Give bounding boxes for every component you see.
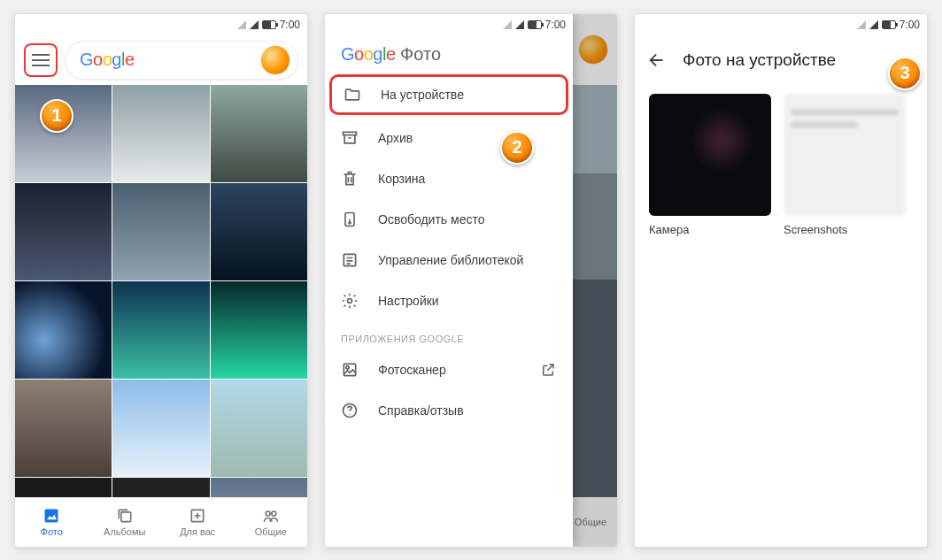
- battery-icon: [528, 20, 542, 29]
- folder-cover: [649, 94, 771, 216]
- photo-thumb[interactable]: [15, 281, 112, 379]
- drawer-item-settings[interactable]: Настройки: [325, 280, 573, 321]
- folder-label: Камера: [649, 223, 771, 236]
- drawer-item-label: Освободить место: [378, 212, 485, 226]
- google-logo: Google: [80, 50, 135, 70]
- photo-thumb[interactable]: [112, 380, 209, 477]
- drawer-item-label: Архив: [378, 131, 413, 145]
- tab-label: Общие: [255, 526, 287, 537]
- foryou-icon: [189, 507, 206, 525]
- wifi-icon: [237, 20, 246, 29]
- svg-rect-2: [121, 512, 131, 522]
- photo-thumb[interactable]: [211, 478, 307, 497]
- screen-device-folders: 7:00 Фото на устройстве Камера Screensho…: [634, 13, 928, 548]
- svg-rect-0: [45, 510, 58, 523]
- signal-icon: [515, 20, 524, 29]
- trash-icon: [341, 170, 359, 188]
- drawer-item-archive[interactable]: Архив: [325, 118, 573, 158]
- battery-icon: [882, 20, 896, 29]
- folder-grid: Камера Screenshots: [635, 85, 927, 245]
- photo-thumb[interactable]: [15, 380, 112, 477]
- photoscan-icon: [341, 361, 359, 379]
- free-space-icon: [341, 211, 359, 228]
- external-link-icon: [539, 361, 557, 379]
- menu-button[interactable]: [24, 43, 58, 77]
- photo-thumb[interactable]: [211, 85, 307, 182]
- gear-icon: [341, 292, 359, 310]
- photo-thumb[interactable]: [15, 478, 112, 497]
- svg-rect-12: [344, 364, 355, 375]
- tab-albums[interactable]: Альбомы: [89, 498, 162, 547]
- photo-thumb[interactable]: [112, 183, 209, 280]
- photos-icon: [42, 507, 60, 525]
- photo-thumb[interactable]: [211, 380, 307, 477]
- svg-point-11: [348, 298, 352, 303]
- drawer-item-photoscan[interactable]: Фотосканер: [325, 349, 573, 390]
- photo-grid: [15, 85, 307, 497]
- tab-foryou[interactable]: Для вас: [161, 498, 235, 547]
- battery-icon: [262, 20, 276, 29]
- nav-drawer: 7:00 Google Фото На устройстве Архив Кор…: [325, 14, 573, 547]
- drawer-item-label: Управление библиотекой: [378, 253, 523, 267]
- top-bar: Google: [15, 35, 307, 85]
- folder-cover: [784, 94, 906, 216]
- tab-sharing[interactable]: Общие: [235, 498, 308, 547]
- svg-point-5: [272, 511, 276, 516]
- status-bar: 7:00: [325, 14, 573, 35]
- wifi-icon: [503, 20, 512, 29]
- photo-thumb[interactable]: [211, 281, 307, 379]
- svg-point-4: [266, 511, 270, 516]
- drawer-item-help[interactable]: Справка/отзыв: [325, 390, 573, 431]
- tab-label: Для вас: [180, 526, 215, 537]
- status-time: 7:00: [545, 19, 566, 31]
- photo-thumb[interactable]: [211, 183, 307, 280]
- photo-thumb[interactable]: [112, 478, 209, 497]
- drawer-item-free-space[interactable]: Освободить место: [325, 199, 573, 240]
- drawer-item-label: Настройки: [378, 294, 439, 308]
- tab-photos[interactable]: Фото: [15, 498, 89, 547]
- signal-icon: [869, 20, 878, 29]
- albums-icon: [116, 507, 134, 525]
- library-manage-icon: [341, 251, 359, 269]
- folder-camera[interactable]: Камера: [649, 94, 771, 236]
- back-button[interactable]: [644, 47, 670, 73]
- step-callout-3: 3: [888, 57, 922, 90]
- tab-label: Альбомы: [104, 526, 145, 537]
- drawer-item-trash[interactable]: Корзина: [325, 158, 573, 199]
- step-callout-1: 1: [40, 99, 73, 133]
- photo-thumb[interactable]: [112, 85, 209, 182]
- archive-icon: [341, 129, 359, 147]
- signal-icon: [250, 20, 259, 29]
- search-bar[interactable]: Google: [65, 41, 298, 80]
- bottom-nav: Фото Альбомы Для вас Общие: [15, 497, 307, 547]
- screen-photos-grid: 7:00 Google: [14, 13, 308, 548]
- drawer-section-label: ПРИЛОЖЕНИЯ GOOGLE: [325, 321, 573, 349]
- status-time: 7:00: [280, 19, 300, 31]
- photo-thumb[interactable]: [15, 183, 112, 280]
- status-bar: 7:00: [15, 14, 307, 35]
- tab-label: Фото: [41, 526, 63, 537]
- step-callout-2: 2: [500, 131, 534, 165]
- drawer-item-label: Корзина: [378, 172, 425, 186]
- sharing-icon: [262, 507, 280, 525]
- wifi-icon: [857, 20, 866, 29]
- account-avatar[interactable]: [260, 45, 290, 75]
- help-icon: [341, 402, 359, 419]
- svg-rect-8: [344, 132, 357, 134]
- drawer-brand: Google Фото: [325, 35, 573, 72]
- status-time: 7:00: [900, 19, 920, 31]
- photo-thumb[interactable]: [15, 85, 112, 182]
- app-bar: Фото на устройстве: [635, 35, 927, 85]
- folder-icon: [344, 86, 361, 104]
- drawer-item-label: Справка/отзыв: [378, 403, 464, 418]
- svg-point-13: [346, 365, 349, 368]
- page-title: Фото на устройстве: [683, 50, 836, 70]
- status-bar: 7:00: [635, 14, 927, 35]
- drawer-item-on-device[interactable]: На устройстве: [329, 74, 568, 115]
- folder-label: Screenshots: [784, 223, 906, 236]
- drawer-item-label: На устройстве: [381, 88, 464, 102]
- photo-thumb[interactable]: [112, 281, 209, 379]
- screen-drawer: Общие 7:00 Google Фото На устройстве Арх…: [324, 13, 618, 548]
- drawer-item-library-manage[interactable]: Управление библиотекой: [325, 240, 573, 280]
- folder-screenshots[interactable]: Screenshots: [784, 94, 906, 236]
